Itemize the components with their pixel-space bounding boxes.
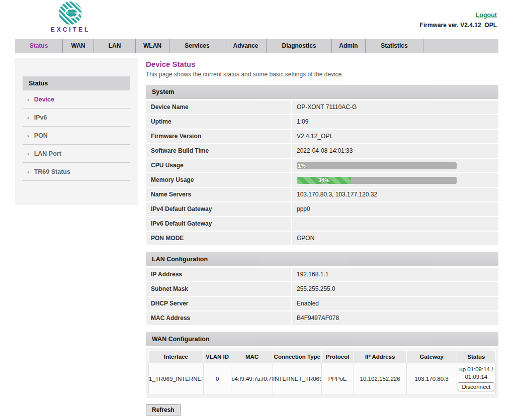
system-section: System Device NameOP-XONT 71110AC-GUptim… [146, 85, 498, 245]
chevron-right-icon: › [27, 133, 29, 139]
system-row-label: IPv6 Default Gateway [146, 217, 291, 231]
nav-tab-wan[interactable]: WAN [63, 39, 94, 53]
wan-header-row: InterfaceVLAN IDMACConnection TypeProtoc… [149, 351, 496, 363]
lan-row: DHCP ServerEnabled [146, 297, 498, 310]
system-row: IPv6 Default Gateway [146, 217, 498, 231]
wan-data-row: 1_TR069_INTERNET0b4:f9:49:7a:f0:78INTERN… [149, 363, 496, 394]
wan-cell-status: up 01:09:14 / 01:09:14Disconnect [457, 363, 495, 394]
nav-tab-lan[interactable]: LAN [94, 39, 136, 53]
sidebar-item-lan-port[interactable]: ›LAN Port [23, 145, 130, 163]
wan-col-header-vlan-id: VLAN ID [204, 351, 231, 363]
system-row: Device NameOP-XONT 71110AC-G [146, 100, 498, 114]
system-rows: Device NameOP-XONT 71110AC-GUptime1:09Fi… [146, 100, 498, 245]
wan-col-header-interface: Interface [149, 351, 204, 363]
lan-row-value: B4F9497AF078 [292, 311, 498, 325]
nav-tab-services[interactable]: Services [169, 39, 225, 53]
sidebar-item-pon[interactable]: ›PON [23, 127, 130, 145]
lan-row-label: MAC Address [146, 311, 291, 325]
nav-tab-wlan[interactable]: WLAN [136, 39, 169, 53]
wan-section: WAN Configuration InterfaceVLAN IDMACCon… [146, 332, 498, 398]
system-row-label: Uptime [146, 115, 291, 129]
sidebar-item-ipv6[interactable]: ›IPv6 [23, 109, 130, 127]
lan-section: LAN Configuration IP Address192.168.1.1S… [146, 252, 498, 325]
system-row-label: Name Servers [146, 188, 291, 201]
wan-col-header-connection-type: Connection Type [273, 351, 322, 363]
main-nav: StatusWANLANWLANServicesAdvanceDiagnosti… [15, 39, 498, 53]
system-row-value: 2022-04-08 14:01:33 [292, 144, 498, 158]
wan-status-text: up 01:09:14 / 01:09:14 [458, 366, 494, 381]
excitel-logo-icon [58, 1, 82, 25]
system-row: Uptime1:09 [146, 115, 498, 129]
page-title: Device Status [146, 60, 498, 68]
wan-table-wrap: InterfaceVLAN IDMACConnection TypeProtoc… [146, 348, 498, 398]
refresh-button[interactable]: Refresh [146, 404, 181, 415]
system-row-value: 34% [292, 173, 498, 187]
system-row: Software Build Time2022-04-08 14:01:33 [146, 144, 498, 158]
wan-cell-mac: b4:f9:49:7a:f0:78 [231, 363, 273, 394]
brand-logo: EXCITEL [49, 1, 92, 33]
lan-row-value: Enabled [292, 297, 498, 310]
memory-usage-bar: 34% [297, 177, 457, 184]
chevron-right-icon: › [27, 96, 29, 102]
system-row-value: GPON [292, 232, 498, 245]
system-row: IPv4 Default Gatewayppp0 [146, 202, 498, 216]
lan-row: Subnet Mask255.255.255.0 [146, 282, 498, 296]
sidebar-item-label: IPv6 [34, 114, 47, 121]
wan-col-header-ip-address: IP Address [354, 351, 406, 363]
nav-tab-status[interactable]: Status [15, 39, 63, 53]
system-row-value: 103.170.80.3, 103.177.120.32 [292, 188, 498, 201]
logout-link[interactable]: Logout [476, 12, 497, 19]
sidebar-item-label: LAN Port [34, 150, 61, 157]
system-row-label: Firmware Version [146, 130, 291, 143]
sidebar-item-tr69-status[interactable]: ›TR69 Status [23, 163, 130, 181]
system-section-header: System [146, 85, 498, 99]
nav-tab-diagnostics[interactable]: Diagnostics [267, 39, 332, 53]
wan-status-cell: up 01:09:14 / 01:09:14Disconnect [457, 364, 495, 393]
lan-row: MAC AddressB4F9497AF078 [146, 311, 498, 325]
system-row-value: V2.4.12_OPL [292, 130, 498, 143]
disconnect-button[interactable]: Disconnect [458, 382, 494, 391]
system-row-label: CPU Usage [146, 159, 291, 172]
main-panel: Device Status This page shows the curren… [146, 58, 498, 415]
wan-table: InterfaceVLAN IDMACConnection TypeProtoc… [148, 350, 496, 394]
chevron-right-icon: › [27, 151, 29, 157]
system-row: Firmware VersionV2.4.12_OPL [146, 130, 498, 143]
lan-row-value: 255.255.255.0 [292, 282, 498, 296]
wan-col-header-gateway: Gateway [406, 351, 457, 363]
nav-tab-statistics[interactable]: Statistics [366, 39, 423, 53]
sidebar-header: Status [23, 76, 130, 90]
lan-rows: IP Address192.168.1.1Subnet Mask255.255.… [146, 268, 498, 325]
system-row-label: Software Build Time [146, 144, 291, 158]
sidebar: Status ›Device›IPv6›PON›LAN Port›TR69 St… [15, 58, 138, 205]
system-row-label: Memory Usage [146, 173, 291, 187]
wan-cell-vlan_id: 0 [204, 363, 231, 394]
sidebar-item-label: Device [34, 96, 54, 103]
system-row-value: OP-XONT 71110AC-G [292, 100, 498, 114]
brand-name: EXCITEL [49, 26, 92, 33]
system-row-value: ppp0 [292, 202, 498, 216]
system-row-label: IPv4 Default Gateway [146, 202, 291, 216]
bar-percent-label: 34% [318, 177, 329, 184]
nav-tab-advance[interactable]: Advance [225, 39, 267, 53]
lan-row: IP Address192.168.1.1 [146, 268, 498, 281]
wan-cell-connection_type: INTERNET_TR069 [273, 363, 322, 394]
top-header: EXCITEL Logout Firmware ver. V2.4.12_OPL [0, 0, 520, 39]
sidebar-items: ›Device›IPv6›PON›LAN Port›TR69 Status [23, 90, 130, 181]
cpu-usage-bar: 1% [297, 162, 457, 169]
lan-section-header: LAN Configuration [146, 252, 498, 266]
wan-cell-ip_address: 10.102.152.226 [354, 363, 406, 394]
lan-row-label: IP Address [146, 268, 291, 281]
lan-row-label: DHCP Server [146, 297, 291, 310]
chevron-right-icon: › [27, 115, 29, 121]
page-description: This page shows the current status and s… [146, 71, 498, 78]
nav-tab-admin[interactable]: Admin [332, 39, 366, 53]
router-admin-page: EXCITEL Logout Firmware ver. V2.4.12_OPL… [0, 0, 520, 420]
firmware-version-text: Firmware ver. V2.4.12_OPL [420, 22, 497, 29]
wan-cell-gateway: 103.170.80.3 [406, 363, 457, 394]
wan-col-header-protocol: Protocol [321, 351, 354, 363]
system-row: PON MODEGPON [146, 232, 498, 245]
sidebar-item-device[interactable]: ›Device [23, 90, 130, 109]
system-row: Name Servers103.170.80.3, 103.177.120.32 [146, 188, 498, 201]
system-row-value: 1% [292, 159, 498, 172]
system-row-label: PON MODE [146, 232, 291, 245]
